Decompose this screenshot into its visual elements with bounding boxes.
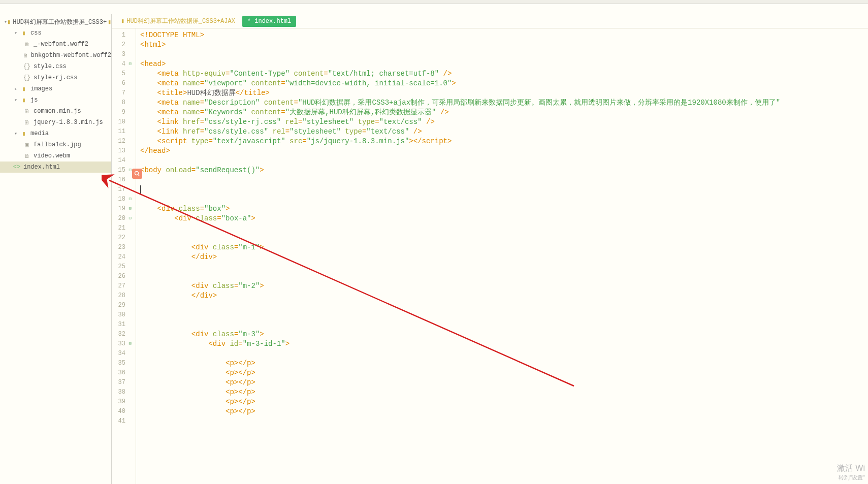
svg-line-2 xyxy=(138,175,140,176)
tab-text: HUD科幻屏幕工作站数据屏_CSS3+AJAX xyxy=(126,17,235,25)
font-file-icon: 🗎 xyxy=(22,41,31,48)
chevron-down-icon: ▾ xyxy=(12,97,19,103)
watermark-sub: 转到"设置" xyxy=(837,474,865,481)
folder-icon: ▮ xyxy=(19,29,28,37)
tree-label: jquery-1.8.3.min.js xyxy=(34,119,103,126)
chevron-right-icon: ▸ xyxy=(12,86,19,92)
js-file-icon: 🗎 xyxy=(22,119,31,126)
tree-file-index[interactable]: <> index.html xyxy=(0,162,111,173)
tree-label: images xyxy=(30,85,52,92)
tree-file[interactable]: 🗎 bnkgothm-webfont.woff2 xyxy=(0,50,111,61)
css-file-icon: {} xyxy=(22,63,31,70)
image-file-icon: ▣ xyxy=(22,141,31,149)
tree-file[interactable]: {} style.css xyxy=(0,61,111,72)
font-file-icon: 🗎 xyxy=(22,52,29,59)
tree-folder-images[interactable]: ▸ ▮ images xyxy=(0,83,111,94)
js-file-icon: 🗎 xyxy=(22,108,31,115)
watermark-title: 激活 Wi xyxy=(837,463,865,474)
editor-tabs: ▮ HUD科幻屏幕工作站数据屏_CSS3+AJAX * index.html xyxy=(112,14,868,28)
tree-file[interactable]: 🗎 video.webm xyxy=(0,150,111,162)
tree-file[interactable]: 🗎 _-webfont.woff2 xyxy=(0,39,111,50)
folder-icon: ▮ xyxy=(19,85,28,93)
editor-body[interactable]: 1234⊟56789101112131415⊟161718⊟19⊟20⊟2122… xyxy=(112,28,868,484)
project-sidebar[interactable]: ▾ ▮ HUD科幻屏幕工作站数据屏_CSS3+ ▮ ▾ ▮ css 🗎 _-we… xyxy=(0,14,112,484)
folder-icon: ▮ xyxy=(121,17,124,25)
tree-folder-css[interactable]: ▾ ▮ css xyxy=(0,27,111,39)
tree-label: bnkgothm-webfont.woff2 xyxy=(31,52,111,59)
chevron-down-icon: ▾ xyxy=(12,131,19,137)
code-area[interactable]: <!DOCTYPE HTML><html><head> <meta http-e… xyxy=(136,28,868,484)
folder-icon: ▮ xyxy=(19,96,28,104)
search-overlay-icon[interactable] xyxy=(132,169,142,179)
tab-folder[interactable]: ▮ HUD科幻屏幕工作站数据屏_CSS3+AJAX xyxy=(116,16,240,27)
tree-label: fallba1ck.jpg xyxy=(34,141,81,148)
tree-label: js xyxy=(30,96,38,104)
tree-label: HUD科幻屏幕工作站数据屏_CSS3+ xyxy=(13,18,107,26)
chevron-down-icon: ▾ xyxy=(12,30,19,36)
folder-icon: ▮ xyxy=(108,18,111,26)
main-layout: ▾ ▮ HUD科幻屏幕工作站数据屏_CSS3+ ▮ ▾ ▮ css 🗎 _-we… xyxy=(0,14,868,484)
video-file-icon: 🗎 xyxy=(22,153,31,159)
tab-text: * index.html xyxy=(247,18,291,25)
tree-label: index.html xyxy=(23,164,60,171)
tree-label: style-rj.css xyxy=(34,74,77,81)
tree-file[interactable]: 🗎 jquery-1.8.3.min.js xyxy=(0,117,111,128)
svg-point-1 xyxy=(135,172,139,175)
tree-folder-media[interactable]: ▾ ▮ media xyxy=(0,128,111,139)
editor-panel: ▮ HUD科幻屏幕工作站数据屏_CSS3+AJAX * index.html 1… xyxy=(112,14,868,484)
tree-file[interactable]: 🗎 common.min.js xyxy=(0,106,111,117)
tab-active-file[interactable]: * index.html xyxy=(242,16,296,27)
folder-icon: ▮ xyxy=(19,130,28,138)
tree-file[interactable]: ▣ fallba1ck.jpg xyxy=(0,139,111,150)
tree-file[interactable]: {} style-rj.css xyxy=(0,72,111,83)
tree-label: css xyxy=(30,29,42,37)
tree-label: video.webm xyxy=(34,152,70,159)
tree-label: _-webfont.woff2 xyxy=(34,41,88,48)
tree-label: media xyxy=(30,130,49,137)
windows-activation-watermark: 激活 Wi 转到"设置" xyxy=(837,463,865,481)
title-bar xyxy=(0,0,868,4)
html-file-icon: <> xyxy=(12,164,21,171)
line-gutter: 1234⊟56789101112131415⊟161718⊟19⊟20⊟2122… xyxy=(112,28,136,484)
folder-icon: ▮ xyxy=(7,18,11,26)
tree-label: common.min.js xyxy=(34,108,81,115)
tree-folder-js[interactable]: ▾ ▮ js xyxy=(0,94,111,106)
css-file-icon: {} xyxy=(22,74,31,81)
tree-label: style.css xyxy=(34,63,67,70)
tree-root[interactable]: ▾ ▮ HUD科幻屏幕工作站数据屏_CSS3+ ▮ xyxy=(0,16,111,27)
toolbar xyxy=(0,4,868,14)
